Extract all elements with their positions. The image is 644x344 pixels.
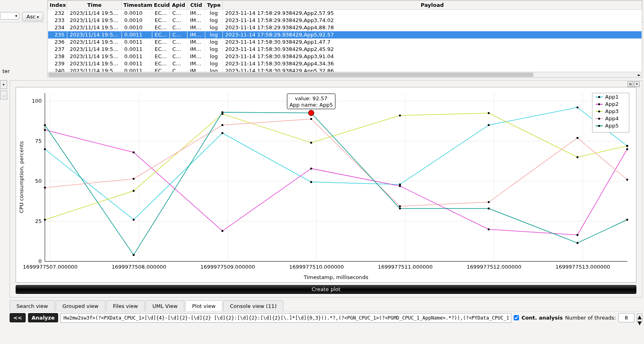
col-header[interactable]: Ctid	[188, 1, 205, 10]
data-point[interactable]	[576, 242, 578, 244]
left-combo[interactable]	[0, 12, 19, 20]
regex-input[interactable]	[61, 313, 511, 323]
data-point[interactable]	[133, 254, 135, 256]
data-point[interactable]	[221, 230, 223, 232]
cell: log	[205, 24, 223, 31]
data-point[interactable]	[488, 229, 490, 231]
data-point[interactable]	[399, 115, 401, 117]
threads-input[interactable]	[618, 313, 634, 322]
side-button-dot[interactable]: …	[0, 91, 7, 99]
table-h-scrollbar[interactable]: ◄ ►	[48, 72, 642, 77]
tab-console-view-11-[interactable]: Console view (11)	[223, 300, 284, 311]
data-point[interactable]	[44, 124, 46, 126]
col-header[interactable]: Apid	[170, 1, 188, 10]
data-point[interactable]	[133, 190, 135, 192]
table-row[interactable]: 2332023/11/14 19:59:…0.0010EC…CO…IMP1log…	[48, 17, 642, 24]
analyze-button[interactable]: Analyze	[28, 313, 58, 322]
log-table[interactable]: IndexTimeTimestampEcuidApidCtidTypePaylo…	[48, 0, 642, 75]
data-point[interactable]	[44, 129, 46, 131]
series-line-App4[interactable]	[45, 119, 627, 206]
data-point[interactable]	[488, 124, 490, 126]
data-point[interactable]	[310, 181, 312, 183]
threads-spinner[interactable]: ▲▼	[637, 314, 642, 322]
data-point[interactable]	[133, 178, 135, 180]
series-line-App3[interactable]	[45, 113, 627, 220]
data-point[interactable]	[399, 208, 401, 210]
legend-label[interactable]: App1	[605, 94, 619, 100]
data-point[interactable]	[576, 107, 578, 109]
tab-grouped-view[interactable]: Grouped view	[56, 300, 105, 311]
legend-label[interactable]: App4	[605, 115, 619, 121]
cell: 2023-11-14 17:58:29.938429,App4,88.78	[223, 24, 642, 31]
svg-point-28	[598, 111, 600, 113]
scroll-right-icon[interactable]: ►	[636, 72, 642, 78]
data-point[interactable]	[626, 179, 628, 181]
spin-up-icon[interactable]: ▲	[637, 314, 642, 320]
cell: log	[205, 60, 223, 67]
side-button-up[interactable]: ▾	[0, 80, 7, 89]
data-point[interactable]	[626, 145, 628, 147]
data-point[interactable]	[133, 219, 135, 221]
legend-label[interactable]: App3	[605, 108, 619, 114]
close-icon[interactable]: ✕	[634, 81, 640, 87]
back-button[interactable]: <<	[10, 313, 26, 322]
tab-uml-view[interactable]: UML View	[145, 300, 184, 311]
cell: IMP1	[188, 53, 205, 60]
data-point[interactable]	[626, 148, 628, 150]
cell: CO…	[170, 46, 188, 53]
cont-analysis-checkbox[interactable]	[514, 315, 519, 320]
col-header[interactable]: Type	[205, 1, 223, 10]
tab-plot-view[interactable]: Plot view	[185, 300, 222, 311]
legend-label[interactable]: App5	[605, 123, 619, 129]
series-line-App1[interactable]	[45, 107, 627, 220]
data-point[interactable]	[626, 219, 628, 221]
data-point[interactable]	[310, 118, 312, 120]
scrollbar-thumb[interactable]	[48, 73, 533, 77]
col-header[interactable]: Timestamp	[122, 1, 152, 10]
chart-area[interactable]: 02550751001699977507.0000001699977508.00…	[16, 87, 636, 283]
data-point[interactable]	[221, 124, 223, 126]
data-point[interactable]	[576, 137, 578, 139]
tab-files-view[interactable]: Files view	[106, 300, 145, 311]
table-row[interactable]: 2362023/11/14 19:59:…0.0011EC…CO…IMP1log…	[48, 38, 642, 46]
svg-text:1699977509.000000: 1699977509.000000	[200, 264, 255, 270]
col-header[interactable]: Time	[67, 1, 122, 10]
sort-order-button[interactable]: Asc	[22, 12, 43, 21]
col-header[interactable]: Ecuid	[152, 1, 170, 10]
chart-svg[interactable]: 02550751001699977507.0000001699977508.00…	[16, 87, 635, 281]
data-point[interactable]	[488, 201, 490, 203]
data-point[interactable]	[44, 219, 46, 221]
table-row[interactable]: 2322023/11/14 19:59:…0.0010EC…CO…IMP1log…	[48, 10, 642, 17]
table-row[interactable]: 2392023/11/14 19:59:…0.0011EC…CO…IMP1log…	[48, 60, 642, 67]
data-point[interactable]	[576, 234, 578, 236]
create-plot-button[interactable]: Create plot	[16, 285, 636, 294]
table-row[interactable]: 2352023/11/14 19:59:…0.0011EC…CO…IMP1log…	[48, 31, 642, 38]
spin-down-icon[interactable]: ▼	[637, 320, 642, 326]
col-header[interactable]: Payload	[223, 1, 642, 10]
table-row[interactable]: 2342023/11/14 19:59:…0.0010EC…CO…IMP1log…	[48, 24, 642, 31]
series-line-App5[interactable]	[45, 112, 627, 255]
data-point[interactable]	[399, 205, 401, 207]
data-point[interactable]	[133, 152, 135, 154]
legend-label[interactable]: App2	[605, 101, 619, 107]
tab-search-view[interactable]: Search view	[10, 300, 55, 311]
data-point[interactable]	[221, 111, 223, 113]
data-point[interactable]	[44, 187, 46, 189]
data-point[interactable]	[221, 132, 223, 134]
data-point[interactable]	[44, 148, 46, 150]
detach-icon[interactable]: ⧉	[628, 81, 633, 87]
col-header[interactable]: Index	[48, 1, 67, 10]
data-point[interactable]	[310, 168, 312, 170]
data-point[interactable]	[399, 185, 401, 187]
table-row[interactable]: 2372023/11/14 19:59:…0.0011EC…CO…IMP1log…	[48, 46, 642, 53]
cell: 235	[48, 31, 67, 38]
cell: IMP1	[188, 31, 205, 38]
data-point[interactable]	[488, 112, 490, 114]
left-side-controls: ▾ …	[0, 80, 8, 101]
highlight-point[interactable]	[308, 110, 314, 116]
data-point[interactable]	[310, 142, 312, 144]
bottom-bar: << Analyze Cont. analysis Number of thre…	[10, 311, 642, 322]
data-point[interactable]	[488, 208, 490, 210]
data-point[interactable]	[576, 156, 578, 158]
table-row[interactable]: 2382023/11/14 19:59:…0.0011EC…CO…IMP1log…	[48, 53, 642, 60]
